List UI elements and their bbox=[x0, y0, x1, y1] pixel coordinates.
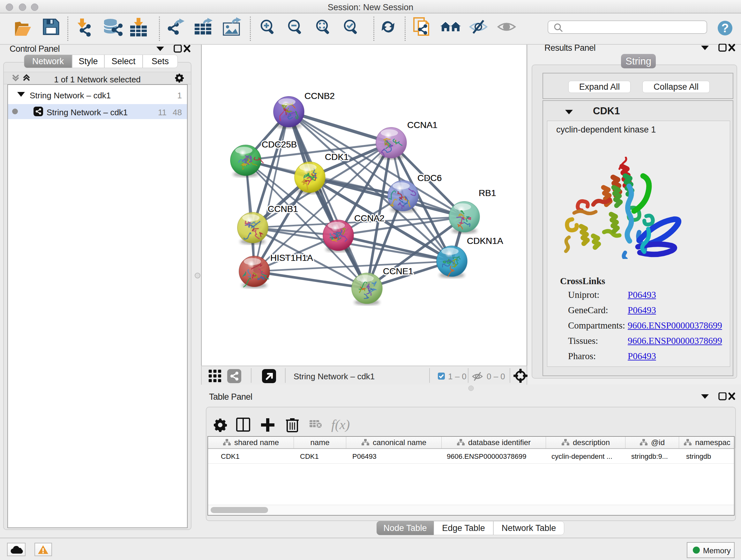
svg-text:CCNA2: CCNA2 bbox=[354, 213, 385, 223]
svg-text:?: ? bbox=[721, 21, 729, 35]
svg-text:CCNB1: CCNB1 bbox=[268, 204, 298, 214]
svg-text:CCNB2: CCNB2 bbox=[305, 91, 335, 101]
svg-text:RB1: RB1 bbox=[479, 188, 496, 198]
svg-text:CDC6: CDC6 bbox=[417, 173, 442, 183]
svg-text:HIST1H1A: HIST1H1A bbox=[270, 253, 313, 263]
svg-text:f(x): f(x) bbox=[331, 418, 350, 432]
svg-text:CDKN1A: CDKN1A bbox=[467, 236, 503, 246]
svg-text:CCNA1: CCNA1 bbox=[407, 120, 437, 130]
svg-text:CCNE1: CCNE1 bbox=[383, 266, 413, 276]
svg-text:CDK1: CDK1 bbox=[325, 152, 349, 162]
svg-text:CDC25B: CDC25B bbox=[262, 139, 297, 149]
